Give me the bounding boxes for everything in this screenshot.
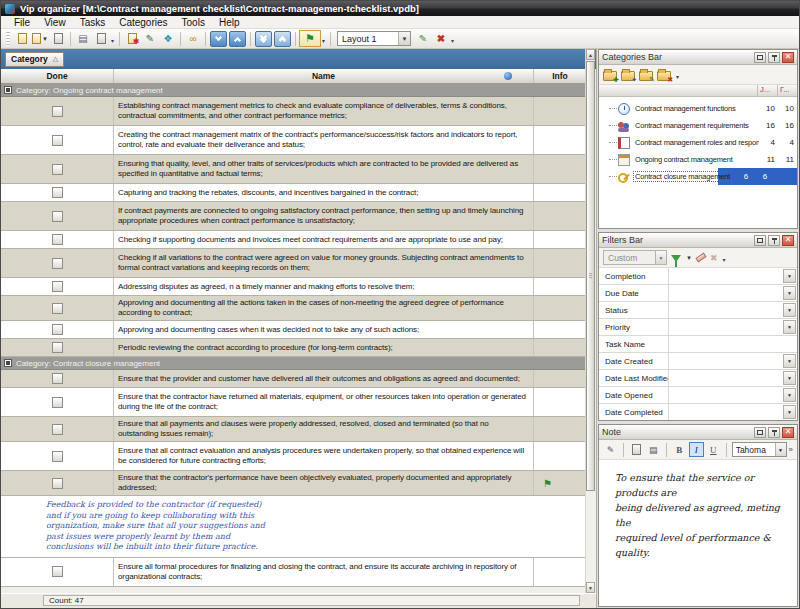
clear-filter-icon[interactable] bbox=[695, 253, 706, 263]
move-down-button[interactable] bbox=[210, 31, 227, 47]
column-header-name[interactable]: Name bbox=[114, 69, 534, 83]
pin-panel-button[interactable] bbox=[768, 427, 780, 438]
table-row[interactable]: Ensuring that quality, level, and other … bbox=[1, 155, 586, 184]
edit-layout-button[interactable]: ✎ bbox=[414, 30, 432, 47]
overflow-chevron-icon[interactable]: ▾ bbox=[676, 73, 679, 80]
category-item[interactable]: Ongoing contract management 11 11 bbox=[599, 151, 797, 168]
add-subcategory-button[interactable]: ✦ bbox=[621, 71, 635, 81]
group-by-category-button[interactable]: Category △ bbox=[5, 52, 64, 67]
table-row[interactable]: Addressing disputes as agreed, n a timel… bbox=[1, 278, 586, 296]
table-row[interactable]: Creating the contract management matrix … bbox=[1, 126, 586, 155]
filter-value[interactable] bbox=[669, 319, 782, 335]
delete-category-button[interactable]: ✖ bbox=[657, 71, 671, 81]
filter-preset-combo[interactable]: Custom ▼ bbox=[603, 250, 667, 265]
overflow-chevron-icon[interactable]: ▾ bbox=[451, 37, 454, 44]
category-item[interactable]: Contract management functions 10 10 bbox=[599, 100, 797, 117]
new-database-button[interactable] bbox=[13, 30, 31, 47]
print-button[interactable]: ▤ bbox=[74, 30, 92, 47]
edit-task-button[interactable]: ✎ bbox=[141, 30, 159, 47]
pin-panel-button[interactable] bbox=[768, 235, 780, 246]
filter-value[interactable] bbox=[669, 336, 797, 352]
table-row[interactable]: Periodic reviewing the contract accordin… bbox=[1, 339, 586, 357]
overflow-chevron-icon[interactable]: ▾ bbox=[111, 37, 114, 44]
overflow-chevron-icon[interactable]: ▾ bbox=[723, 256, 726, 263]
column-header-done[interactable]: Done bbox=[1, 69, 114, 83]
scroll-thumb[interactable] bbox=[586, 61, 595, 491]
filter-value[interactable] bbox=[669, 404, 782, 420]
delete-filter-icon[interactable]: ✖ bbox=[710, 253, 718, 263]
done-checkbox[interactable] bbox=[52, 303, 63, 314]
view-button[interactable]: ∞ bbox=[184, 30, 202, 47]
page-button[interactable] bbox=[629, 442, 644, 457]
filter-value[interactable] bbox=[669, 353, 782, 369]
column-header-info[interactable]: Info bbox=[534, 69, 586, 83]
add-task-button[interactable]: ✱ bbox=[123, 30, 141, 47]
apply-filter-icon[interactable] bbox=[671, 255, 681, 262]
filter-dropdown-button[interactable]: ▼ bbox=[783, 388, 796, 402]
table-row[interactable]: Ensure that the contractor's performance… bbox=[1, 471, 586, 496]
menu-view[interactable]: View bbox=[37, 17, 73, 28]
table-row[interactable]: If contract payments are connected to on… bbox=[1, 202, 586, 231]
menu-tools[interactable]: Tools bbox=[175, 17, 212, 28]
filter-value[interactable] bbox=[669, 285, 782, 301]
category-item[interactable]: Contract management requirements 16 16 bbox=[599, 117, 797, 134]
done-checkbox[interactable] bbox=[52, 106, 63, 117]
collapse-all-button[interactable] bbox=[274, 31, 291, 47]
filter-value[interactable] bbox=[669, 370, 782, 386]
toolbar-overflow-chevron-icon[interactable]: » bbox=[789, 445, 791, 454]
italic-button[interactable]: I bbox=[689, 442, 704, 457]
overflow-chevron-icon[interactable]: ▾ bbox=[322, 37, 325, 44]
group-header-row[interactable]: Category: Ongoing contract management bbox=[1, 84, 586, 97]
done-checkbox[interactable] bbox=[52, 164, 63, 175]
filter-dropdown-button[interactable]: ▼ bbox=[783, 303, 796, 317]
table-row[interactable]: Ensure that all contract evaluation and … bbox=[1, 442, 586, 471]
table-row[interactable]: Ensure all formal procedures for finaliz… bbox=[1, 558, 586, 587]
done-checkbox[interactable] bbox=[52, 478, 63, 489]
restore-panel-button[interactable] bbox=[754, 235, 766, 246]
filter-dropdown-button[interactable]: ▼ bbox=[783, 269, 796, 283]
grid-vertical-scrollbar[interactable]: ▲ ▼ bbox=[585, 49, 595, 593]
menu-categories[interactable]: Categories bbox=[112, 17, 174, 28]
collapse-icon[interactable] bbox=[4, 359, 12, 367]
count-column-header[interactable]: J... bbox=[757, 85, 777, 96]
table-row[interactable]: Checking if supporting documents and inv… bbox=[1, 231, 586, 249]
delete-task-button[interactable]: ❖ bbox=[159, 30, 177, 47]
done-checkbox[interactable] bbox=[52, 451, 63, 462]
done-checkbox[interactable] bbox=[52, 324, 63, 335]
table-row[interactable]: Ensure that the contractor have returned… bbox=[1, 388, 586, 417]
menu-file[interactable]: File bbox=[7, 17, 37, 28]
underline-button[interactable]: U bbox=[706, 442, 721, 457]
font-combo[interactable]: Tahoma ▼ bbox=[732, 442, 787, 457]
category-item[interactable]: Contract management roles and responsibi… bbox=[599, 134, 797, 151]
chevron-down-icon[interactable]: ▼ bbox=[655, 251, 666, 264]
restore-panel-button[interactable] bbox=[754, 52, 766, 63]
done-checkbox[interactable] bbox=[52, 281, 63, 292]
count-column-header[interactable]: Г... bbox=[777, 85, 797, 96]
group-header-row[interactable]: Category: Contract closure management bbox=[1, 357, 586, 370]
filter-dropdown-button[interactable]: ▼ bbox=[783, 405, 796, 419]
table-row[interactable]: Ensure that all payments and clauses wer… bbox=[1, 417, 586, 442]
close-panel-button[interactable]: ✕ bbox=[782, 52, 794, 63]
scroll-down-arrow[interactable]: ▼ bbox=[586, 582, 595, 593]
done-checkbox[interactable] bbox=[52, 258, 63, 269]
delete-layout-button[interactable]: ✖ bbox=[432, 30, 450, 47]
done-checkbox[interactable] bbox=[52, 342, 63, 353]
notes-toggle-button[interactable]: ⚑ bbox=[299, 30, 321, 47]
pin-panel-button[interactable] bbox=[768, 52, 780, 63]
filter-value[interactable] bbox=[669, 387, 782, 403]
chevron-down-icon[interactable]: ▼ bbox=[775, 443, 786, 456]
done-checkbox[interactable] bbox=[52, 373, 63, 384]
open-database-button[interactable]: ▼ bbox=[31, 30, 49, 47]
table-row[interactable]: Approving and documenting cases when it … bbox=[1, 321, 586, 339]
bold-button[interactable]: B bbox=[672, 442, 687, 457]
note-flag-icon[interactable]: ⚑ bbox=[543, 478, 552, 489]
menu-tasks[interactable]: Tasks bbox=[73, 17, 113, 28]
move-up-button[interactable] bbox=[229, 31, 246, 47]
done-checkbox[interactable] bbox=[52, 187, 63, 198]
table-row[interactable]: Approving and documenting all the action… bbox=[1, 296, 586, 321]
filter-dropdown-button[interactable]: ▼ bbox=[783, 371, 796, 385]
table-row[interactable]: Checking if all variations to the contra… bbox=[1, 249, 586, 278]
layout-combo[interactable]: Layout 1 ▼ bbox=[337, 31, 411, 46]
filter-value[interactable] bbox=[669, 302, 782, 318]
print-note-button[interactable]: ▤ bbox=[646, 442, 661, 457]
